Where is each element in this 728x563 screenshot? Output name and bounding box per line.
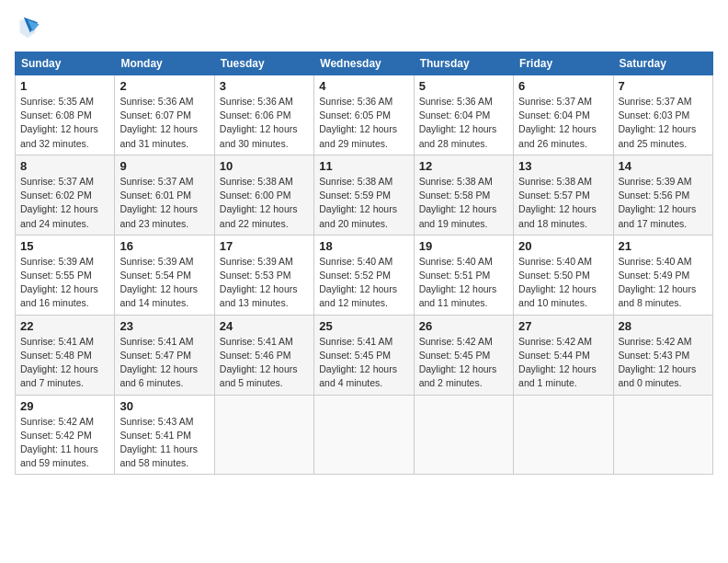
calendar-day-cell: 15Sunrise: 5:39 AM Sunset: 5:55 PM Dayli… [16,235,115,315]
day-info: Sunrise: 5:35 AM Sunset: 6:08 PM Dayligh… [20,95,109,151]
calendar-day-cell [613,395,712,475]
day-number: 29 [20,399,109,413]
calendar-day-cell: 20Sunrise: 5:40 AM Sunset: 5:50 PM Dayli… [514,235,613,315]
page-header [15,15,713,40]
day-info: Sunrise: 5:36 AM Sunset: 6:07 PM Dayligh… [119,95,209,151]
day-number: 14 [619,159,708,173]
weekday-header-cell: Sunday [16,52,115,75]
day-number: 13 [518,159,608,173]
calendar-day-cell: 14Sunrise: 5:39 AM Sunset: 5:56 PM Dayli… [613,155,712,235]
calendar-day-cell [314,395,414,475]
calendar-day-cell: 17Sunrise: 5:39 AM Sunset: 5:53 PM Dayli… [214,235,313,315]
day-number: 9 [119,159,209,173]
day-number: 21 [619,239,708,253]
weekday-header-cell: Thursday [414,52,513,75]
calendar-day-cell: 19Sunrise: 5:40 AM Sunset: 5:51 PM Dayli… [414,235,513,315]
day-number: 26 [419,319,508,333]
calendar-day-cell: 27Sunrise: 5:42 AM Sunset: 5:44 PM Dayli… [514,315,613,395]
calendar-day-cell: 1Sunrise: 5:35 AM Sunset: 6:08 PM Daylig… [16,75,115,155]
day-info: Sunrise: 5:37 AM Sunset: 6:03 PM Dayligh… [619,95,708,151]
day-number: 16 [119,239,209,253]
calendar-day-cell: 3Sunrise: 5:36 AM Sunset: 6:06 PM Daylig… [214,75,313,155]
calendar-week-row: 8Sunrise: 5:37 AM Sunset: 6:02 PM Daylig… [16,155,713,235]
day-info: Sunrise: 5:41 AM Sunset: 5:46 PM Dayligh… [220,335,309,391]
day-info: Sunrise: 5:42 AM Sunset: 5:44 PM Dayligh… [518,335,608,391]
calendar-day-cell: 8Sunrise: 5:37 AM Sunset: 6:02 PM Daylig… [16,155,115,235]
day-info: Sunrise: 5:39 AM Sunset: 5:56 PM Dayligh… [619,175,708,231]
day-number: 15 [20,239,109,253]
day-info: Sunrise: 5:38 AM Sunset: 5:57 PM Dayligh… [518,175,608,231]
day-number: 24 [220,319,309,333]
day-info: Sunrise: 5:37 AM Sunset: 6:04 PM Dayligh… [518,95,608,151]
calendar-week-row: 15Sunrise: 5:39 AM Sunset: 5:55 PM Dayli… [16,235,713,315]
calendar-day-cell: 13Sunrise: 5:38 AM Sunset: 5:57 PM Dayli… [514,155,613,235]
calendar-day-cell: 18Sunrise: 5:40 AM Sunset: 5:52 PM Dayli… [314,235,414,315]
calendar-day-cell: 22Sunrise: 5:41 AM Sunset: 5:48 PM Dayli… [16,315,115,395]
day-number: 10 [220,159,309,173]
calendar-week-row: 1Sunrise: 5:35 AM Sunset: 6:08 PM Daylig… [16,75,713,155]
calendar-day-cell: 24Sunrise: 5:41 AM Sunset: 5:46 PM Dayli… [214,315,313,395]
calendar-day-cell: 29Sunrise: 5:42 AM Sunset: 5:42 PM Dayli… [16,395,115,475]
weekday-header-cell: Saturday [613,52,712,75]
calendar-week-row: 22Sunrise: 5:41 AM Sunset: 5:48 PM Dayli… [16,315,713,395]
calendar-day-cell: 4Sunrise: 5:36 AM Sunset: 6:05 PM Daylig… [314,75,414,155]
day-info: Sunrise: 5:40 AM Sunset: 5:50 PM Dayligh… [518,255,608,311]
day-number: 5 [419,79,508,93]
day-number: 28 [619,319,708,333]
day-info: Sunrise: 5:40 AM Sunset: 5:52 PM Dayligh… [319,255,408,311]
calendar-day-cell: 9Sunrise: 5:37 AM Sunset: 6:01 PM Daylig… [115,155,214,235]
weekday-header-cell: Wednesday [314,52,414,75]
day-info: Sunrise: 5:42 AM Sunset: 5:42 PM Dayligh… [20,415,109,471]
calendar-day-cell: 6Sunrise: 5:37 AM Sunset: 6:04 PM Daylig… [514,75,613,155]
day-info: Sunrise: 5:43 AM Sunset: 5:41 PM Dayligh… [119,415,209,471]
day-number: 6 [518,79,608,93]
day-info: Sunrise: 5:36 AM Sunset: 6:05 PM Dayligh… [319,95,408,151]
day-info: Sunrise: 5:38 AM Sunset: 5:58 PM Dayligh… [419,175,508,231]
calendar-day-cell [514,395,613,475]
day-info: Sunrise: 5:39 AM Sunset: 5:54 PM Dayligh… [119,255,209,311]
day-info: Sunrise: 5:41 AM Sunset: 5:45 PM Dayligh… [319,335,408,391]
calendar-day-cell: 16Sunrise: 5:39 AM Sunset: 5:54 PM Dayli… [115,235,214,315]
calendar-day-cell: 7Sunrise: 5:37 AM Sunset: 6:03 PM Daylig… [613,75,712,155]
calendar-table: SundayMondayTuesdayWednesdayThursdayFrid… [15,52,713,475]
day-number: 22 [20,319,109,333]
calendar-day-cell: 2Sunrise: 5:36 AM Sunset: 6:07 PM Daylig… [115,75,214,155]
weekday-header-cell: Friday [514,52,613,75]
day-number: 2 [119,79,209,93]
calendar-day-cell: 12Sunrise: 5:38 AM Sunset: 5:58 PM Dayli… [414,155,513,235]
day-info: Sunrise: 5:41 AM Sunset: 5:47 PM Dayligh… [119,335,209,391]
weekday-header-cell: Tuesday [214,52,313,75]
day-number: 25 [319,319,408,333]
calendar-day-cell: 30Sunrise: 5:43 AM Sunset: 5:41 PM Dayli… [115,395,214,475]
day-info: Sunrise: 5:42 AM Sunset: 5:45 PM Dayligh… [419,335,508,391]
day-number: 19 [419,239,508,253]
logo-icon [15,15,40,40]
calendar-day-cell: 23Sunrise: 5:41 AM Sunset: 5:47 PM Dayli… [115,315,214,395]
calendar-day-cell [214,395,313,475]
day-info: Sunrise: 5:42 AM Sunset: 5:43 PM Dayligh… [619,335,708,391]
day-number: 30 [119,399,209,413]
day-number: 4 [319,79,408,93]
calendar-day-cell: 25Sunrise: 5:41 AM Sunset: 5:45 PM Dayli… [314,315,414,395]
calendar-day-cell: 11Sunrise: 5:38 AM Sunset: 5:59 PM Dayli… [314,155,414,235]
day-info: Sunrise: 5:39 AM Sunset: 5:53 PM Dayligh… [220,255,309,311]
day-number: 8 [20,159,109,173]
day-info: Sunrise: 5:37 AM Sunset: 6:01 PM Dayligh… [119,175,209,231]
day-info: Sunrise: 5:38 AM Sunset: 5:59 PM Dayligh… [319,175,408,231]
day-info: Sunrise: 5:37 AM Sunset: 6:02 PM Dayligh… [20,175,109,231]
calendar-day-cell [414,395,513,475]
day-number: 11 [319,159,408,173]
day-info: Sunrise: 5:40 AM Sunset: 5:51 PM Dayligh… [419,255,508,311]
calendar-week-row: 29Sunrise: 5:42 AM Sunset: 5:42 PM Dayli… [16,395,713,475]
day-number: 12 [419,159,508,173]
day-info: Sunrise: 5:40 AM Sunset: 5:49 PM Dayligh… [619,255,708,311]
day-number: 18 [319,239,408,253]
weekday-header-cell: Monday [115,52,214,75]
day-info: Sunrise: 5:36 AM Sunset: 6:06 PM Dayligh… [220,95,309,151]
day-info: Sunrise: 5:38 AM Sunset: 6:00 PM Dayligh… [220,175,309,231]
day-number: 3 [220,79,309,93]
logo [15,15,44,40]
calendar-day-cell: 21Sunrise: 5:40 AM Sunset: 5:49 PM Dayli… [613,235,712,315]
day-number: 20 [518,239,608,253]
day-number: 23 [119,319,209,333]
